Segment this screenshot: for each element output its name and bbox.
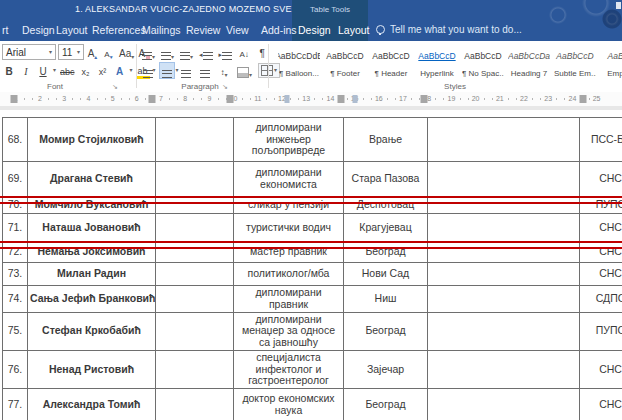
cell-col6[interactable]: [428, 118, 580, 162]
cell-col3[interactable]: [156, 286, 234, 313]
cell-city[interactable]: Зајечар: [344, 350, 428, 388]
cell-name[interactable]: Момир Стојилковић: [28, 118, 156, 162]
cell-col3[interactable]: [156, 214, 234, 242]
change-case-button[interactable]: Aa▾: [118, 45, 135, 60]
font-name-combo[interactable]: Arial▾: [2, 44, 56, 60]
tell-me-box[interactable]: Tell me what you want to do...: [376, 24, 522, 35]
cell-party[interactable]: СНС: [580, 389, 622, 420]
cell-name[interactable]: Александра Томић: [28, 389, 156, 420]
bullets-button[interactable]: ▾: [141, 45, 156, 60]
cell-city[interactable]: Нови Сад: [344, 263, 428, 286]
cell-city[interactable]: Деспотовац: [344, 197, 428, 214]
indent-marker[interactable]: [353, 95, 358, 103]
cell-occupation[interactable]: специјалиста инфектолог и гастроентероло…: [234, 350, 344, 388]
table-column-marker[interactable]: [580, 95, 587, 103]
cell-occupation[interactable]: дипломирани економиста: [234, 162, 344, 197]
font-dialog-launcher-icon[interactable]: ↘: [112, 83, 118, 91]
cell-col6[interactable]: [428, 263, 580, 286]
cell-party[interactable]: СНС: [580, 242, 622, 263]
style-item[interactable]: AaBbCcD ¶ Header: [370, 43, 412, 78]
cell-col3[interactable]: [156, 162, 234, 197]
cell-num[interactable]: 69.: [3, 162, 28, 197]
underline-button[interactable]: U: [36, 63, 50, 78]
ruler[interactable]: 1234567891011121314151617181920212223242…: [0, 92, 622, 107]
justify-button[interactable]: [198, 63, 212, 78]
cell-name[interactable]: Наташа Јовановић: [28, 214, 156, 242]
style-item[interactable]: AaBbCcD ¶ Footer: [324, 43, 366, 78]
cell-occupation[interactable]: политиколог/мба: [234, 263, 344, 286]
cell-name[interactable]: Милан Радин: [28, 263, 156, 286]
italic-button[interactable]: I: [19, 63, 33, 78]
table-column-marker[interactable]: [11, 95, 18, 103]
style-item[interactable]: AaBbCcD ¶ No Spac...: [462, 43, 504, 78]
cell-city[interactable]: Београд: [344, 242, 428, 263]
grow-font-button[interactable]: A▲: [86, 45, 100, 60]
table-column-marker[interactable]: [149, 95, 156, 103]
line-spacing-button[interactable]: ↕▾: [217, 63, 231, 78]
cell-num[interactable]: 70.: [3, 197, 28, 214]
align-center-button[interactable]: [160, 63, 174, 78]
cell-num[interactable]: 68.: [3, 118, 28, 162]
cell-city[interactable]: Београд: [344, 389, 428, 420]
style-item[interactable]: AaBbCcDdE ¶ Balloon...: [278, 43, 320, 78]
align-left-button[interactable]: [141, 63, 155, 78]
cell-city[interactable]: Стара Пазова: [344, 162, 428, 197]
superscript-button[interactable]: x²: [96, 63, 110, 78]
decrease-indent-button[interactable]: ◂: [198, 45, 214, 60]
subscript-button[interactable]: x₂: [79, 63, 93, 78]
multilevel-list-button[interactable]: ▾: [179, 45, 194, 60]
cell-col3[interactable]: [156, 350, 234, 388]
style-item[interactable]: AaBbCcD Hyperlink: [416, 43, 458, 78]
cell-city[interactable]: Врање: [344, 118, 428, 162]
cell-num[interactable]: 71.: [3, 214, 28, 242]
cell-name[interactable]: Ненад Ристовић: [28, 350, 156, 388]
cell-party[interactable]: ПУПС: [580, 312, 622, 350]
sort-button[interactable]: A↓: [237, 45, 251, 60]
cell-num[interactable]: 77.: [3, 389, 28, 420]
font-size-combo[interactable]: 11▾: [58, 44, 84, 60]
cell-name[interactable]: Драгана Стевић: [28, 162, 156, 197]
cell-party[interactable]: СНС: [580, 350, 622, 388]
style-item[interactable]: AaBbCcD Subtle Em...: [554, 43, 596, 78]
cell-party[interactable]: СНС: [580, 263, 622, 286]
cell-col3[interactable]: [156, 118, 234, 162]
cell-party[interactable]: ПУПС: [580, 197, 622, 214]
cell-col3[interactable]: [156, 312, 234, 350]
shading-button[interactable]: ▾: [236, 63, 253, 78]
cell-city[interactable]: Београд: [344, 312, 428, 350]
cell-col3[interactable]: [156, 263, 234, 286]
cell-occupation[interactable]: дипломирани менаџер за односе са јавношћ…: [234, 312, 344, 350]
cell-occupation[interactable]: мастер правник: [234, 242, 344, 263]
table-column-marker[interactable]: [338, 95, 345, 103]
cell-col3[interactable]: [156, 389, 234, 420]
cell-col6[interactable]: [428, 389, 580, 420]
cell-col3[interactable]: [156, 197, 234, 214]
style-item[interactable]: AaBbC Emph...: [600, 43, 622, 78]
align-right-button[interactable]: [179, 63, 193, 78]
text-effects-button[interactable]: A: [113, 63, 127, 78]
cell-col6[interactable]: [428, 350, 580, 388]
cell-occupation[interactable]: сликар у пензији: [234, 197, 344, 214]
cell-occupation[interactable]: дипломирани инжењер пољопривреде: [234, 118, 344, 162]
cell-col6[interactable]: [428, 286, 580, 313]
numbering-button[interactable]: ▾: [160, 45, 175, 60]
cell-party[interactable]: СДПС: [580, 286, 622, 313]
cell-city[interactable]: Крагујевац: [344, 214, 428, 242]
cell-col6[interactable]: [428, 214, 580, 242]
show-paragraph-marks-button[interactable]: ¶: [255, 45, 269, 60]
paragraph-dialog-launcher-icon[interactable]: ↘: [222, 83, 228, 91]
cell-party[interactable]: ПСС-БК: [580, 118, 622, 162]
cell-col6[interactable]: [428, 312, 580, 350]
cell-name[interactable]: Сања Јефић Бранковић: [28, 286, 156, 313]
cell-occupation[interactable]: дипломирани правник: [234, 286, 344, 313]
cell-party[interactable]: СНС: [580, 214, 622, 242]
shrink-font-button[interactable]: A▼: [102, 45, 116, 60]
cell-num[interactable]: 76.: [3, 350, 28, 388]
cell-city[interactable]: Ниш: [344, 286, 428, 313]
cell-party[interactable]: СНС: [580, 162, 622, 197]
cell-name[interactable]: Стефан Кркобабић: [28, 312, 156, 350]
cell-col6[interactable]: [428, 242, 580, 263]
table-column-marker[interactable]: [421, 95, 428, 103]
cell-num[interactable]: 73.: [3, 263, 28, 286]
borders-button[interactable]: ▾: [258, 63, 280, 78]
